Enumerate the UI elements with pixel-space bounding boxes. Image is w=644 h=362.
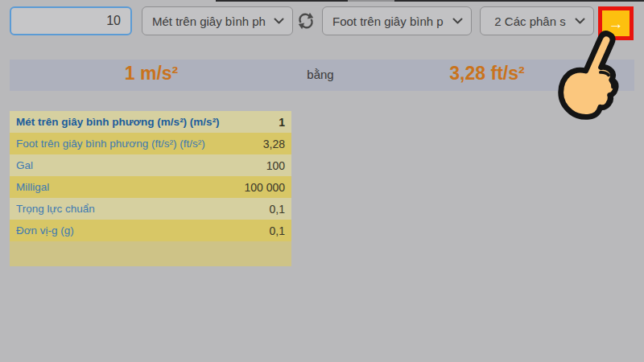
unit-value: 3,28	[263, 138, 285, 150]
table-footer	[10, 241, 291, 266]
table-row: Foot trên giây bình phương (ft/s²) (ft/s…	[10, 133, 291, 154]
unit-value: 100	[266, 159, 285, 172]
highlight-box: →	[598, 6, 634, 40]
unit-link[interactable]: Milligal	[16, 181, 49, 193]
unit-value: 0,1	[270, 224, 285, 237]
unit-label: Mét trên giây bình phương (m/s²) (m/s²)	[16, 116, 220, 128]
from-unit-select-label: Mét trên giây bình ph	[152, 14, 269, 28]
unit-value: 1	[279, 116, 285, 129]
to-unit-select-label: Foot trên giây bình p	[332, 14, 448, 28]
from-unit-select[interactable]: Mét trên giây bình ph	[142, 6, 293, 35]
result-equals-label: bằng	[280, 68, 361, 81]
unit-value: 0,1	[270, 203, 285, 216]
precision-select[interactable]: 2 Các phân s	[480, 6, 594, 35]
unit-link[interactable]: Gal	[16, 159, 33, 171]
table-row: Gal 100	[10, 154, 291, 176]
table-row: Đơn vị-g (g) 0,1	[10, 220, 291, 241]
value-input[interactable]	[10, 6, 132, 35]
unit-value: 100 000	[244, 181, 285, 194]
table-row: Trọng lực chuẩn 0,1	[10, 198, 291, 220]
chevron-down-icon	[575, 18, 585, 25]
unit-link[interactable]: Trọng lực chuẩn	[16, 203, 95, 215]
table-row: Mét trên giây bình phương (m/s²) (m/s²) …	[10, 111, 291, 133]
result-to-value: 3,28 ft/s²	[407, 63, 568, 84]
result-from-value: 1 m/s²	[71, 63, 232, 84]
unit-link[interactable]: Foot trên giây bình phương (ft/s²) (ft/s…	[16, 138, 205, 150]
screen-edge-artifact-notch	[348, 0, 394, 2]
convert-button[interactable]: →	[602, 10, 630, 36]
screen-edge-artifact	[216, 0, 644, 2]
to-unit-select[interactable]: Foot trên giây bình p	[322, 6, 472, 35]
unit-link[interactable]: Đơn vị-g (g)	[16, 224, 74, 237]
table-row: Milligal 100 000	[10, 176, 291, 198]
swap-icon[interactable]	[293, 10, 319, 32]
chevron-down-icon	[452, 18, 463, 25]
chevron-down-icon	[274, 18, 284, 25]
precision-select-label: 2 Các phân s	[490, 14, 570, 28]
